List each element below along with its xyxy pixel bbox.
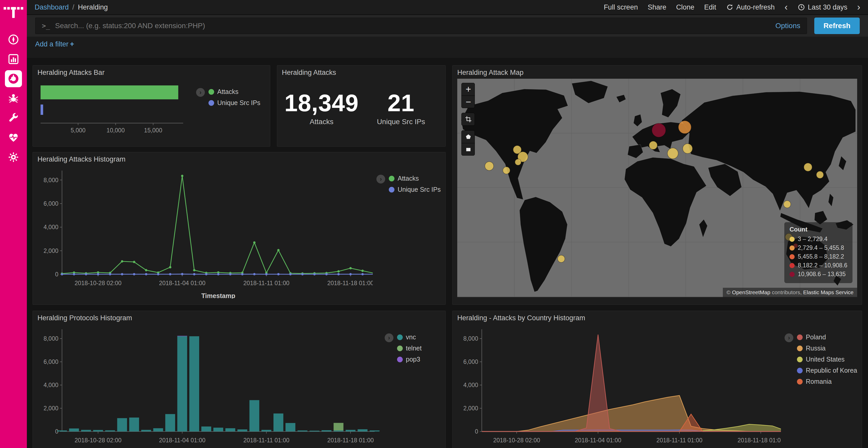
search-input[interactable] xyxy=(55,22,770,30)
legend-item[interactable]: Republic of Korea xyxy=(797,367,857,374)
zoom-in-button[interactable]: + xyxy=(462,83,475,96)
app-sidebar xyxy=(0,0,27,448)
sidebar-item-gear[interactable] xyxy=(5,149,22,166)
breadcrumb-current: Heralding xyxy=(78,3,108,11)
legend-swatch xyxy=(789,272,795,277)
panel-title: Heralding Attacks Histogram xyxy=(37,156,441,163)
map-marker[interactable] xyxy=(678,121,691,134)
legend-toggle[interactable]: › xyxy=(196,88,205,97)
svg-text:2,000: 2,000 xyxy=(463,405,478,412)
legend-toggle[interactable]: › xyxy=(784,334,793,342)
polygon-tool-button[interactable] xyxy=(462,131,475,143)
sidebar-item-bar-chart[interactable] xyxy=(5,50,22,68)
sidebar-item-donut[interactable] xyxy=(5,70,22,87)
legend-item[interactable]: pop3 xyxy=(397,356,422,363)
breadcrumb: Dashboard / Heralding xyxy=(35,3,108,11)
time-back-button[interactable]: ‹ xyxy=(784,3,788,12)
panel-protocols-histogram: Heralding Protocols Histogram 02,0004,00… xyxy=(33,311,445,448)
legend-label: vnc xyxy=(406,334,416,341)
legend-item[interactable]: United States xyxy=(797,356,857,363)
zoom-out-button[interactable]: − xyxy=(462,96,475,108)
legend-range-label: 10,908.6 – 13,635 xyxy=(798,271,845,278)
legend-swatch xyxy=(789,254,795,260)
crop-tool-button[interactable] xyxy=(462,113,475,126)
map-count-legend: Count 3 – 2,729.42,729.4 – 5,455.85,455.… xyxy=(784,222,852,283)
clone-button[interactable]: Clone xyxy=(676,3,694,11)
world-map[interactable]: + − xyxy=(457,79,857,297)
legend-item[interactable]: Poland xyxy=(797,334,857,341)
chart-legend: AttacksUnique Src IPs xyxy=(209,88,260,134)
dashboard-grid: Heralding Attacks Bar 5,00010,00015,000 … xyxy=(27,58,868,448)
bug-icon xyxy=(7,92,20,104)
legend-item[interactable]: telnet xyxy=(397,345,422,352)
sidebar-item-compass[interactable] xyxy=(5,31,22,48)
sidebar-item-bug[interactable] xyxy=(5,90,22,107)
legend-item[interactable]: Attacks xyxy=(389,175,441,182)
compass-icon xyxy=(7,34,20,45)
legend-item[interactable]: Unique Src IPs xyxy=(209,99,260,107)
filter-bar: Add a filter+ xyxy=(27,37,868,58)
map-legend-row: 8,182.2 – 10,908.6 xyxy=(789,262,847,269)
map-marker[interactable] xyxy=(649,141,657,149)
legend-toggle[interactable]: › xyxy=(376,175,385,183)
map-marker[interactable] xyxy=(515,159,521,165)
panel-country-histogram: Heralding - Attacks by Country Histogram… xyxy=(452,311,862,448)
svg-text:2018-11-11 01:00: 2018-11-11 01:00 xyxy=(656,437,703,444)
map-legend-row: 2,729.4 – 5,455.8 xyxy=(789,244,847,251)
map-marker[interactable] xyxy=(683,144,692,153)
map-marker[interactable] xyxy=(503,167,510,174)
share-button[interactable]: Share xyxy=(648,3,666,11)
legend-item[interactable]: Attacks xyxy=(209,88,260,96)
legend-range-label: 3 – 2,729.4 xyxy=(798,236,828,243)
map-legend-title: Count xyxy=(789,226,847,233)
polygon-icon xyxy=(465,133,472,140)
chart-legend: AttacksUnique Src IPs xyxy=(389,175,441,299)
map-legend-row: 10,908.6 – 13,635 xyxy=(789,271,847,278)
svg-text:2018-11-11 01:00: 2018-11-11 01:00 xyxy=(243,280,289,286)
chart-legend: PolandRussiaUnited StatesRepublic of Kor… xyxy=(797,334,857,448)
legend-dot xyxy=(797,379,803,384)
legend-item[interactable]: vnc xyxy=(397,334,422,341)
legend-item[interactable]: Unique Src IPs xyxy=(389,186,441,193)
edit-button[interactable]: Edit xyxy=(704,3,716,11)
attribution-prefix: © xyxy=(726,289,732,295)
map-marker[interactable] xyxy=(816,171,824,178)
legend-toggle[interactable]: › xyxy=(385,334,394,342)
plus-icon: + xyxy=(70,40,74,48)
time-range-label: Last 30 days xyxy=(808,3,847,11)
telekom-logo[interactable] xyxy=(4,4,23,20)
attacks-bar-chart: 5,00010,00015,000 xyxy=(37,79,192,134)
map-marker[interactable] xyxy=(783,201,791,208)
elastic-maps-link[interactable]: Elastic Maps Service xyxy=(803,289,854,295)
protocols-bar-chart: 02,0004,0006,0008,0002018-10-28 02:00201… xyxy=(37,324,381,448)
legend-item[interactable]: Russia xyxy=(797,345,857,352)
legend-item[interactable]: Romania xyxy=(797,378,857,385)
svg-text:2018-11-18 01:00: 2018-11-18 01:00 xyxy=(327,280,373,286)
panel-attacks-histogram: Heralding Attacks Histogram 02,0004,0006… xyxy=(33,152,445,305)
legend-swatch xyxy=(789,237,795,242)
fullscreen-button[interactable]: Full screen xyxy=(604,3,638,11)
svg-text:2018-11-18 01:00: 2018-11-18 01:00 xyxy=(327,437,374,444)
map-marker[interactable] xyxy=(485,162,494,170)
rectangle-icon xyxy=(465,146,472,153)
attacks-line-chart: 02,0004,0006,0008,0002018-10-28 02:00201… xyxy=(37,165,373,299)
rectangle-tool-button[interactable] xyxy=(462,143,475,156)
auto-refresh-button[interactable]: Auto-refresh xyxy=(726,3,775,11)
add-filter-link[interactable]: Add a filter+ xyxy=(35,40,74,48)
svg-text:4,000: 4,000 xyxy=(43,382,58,388)
sidebar-item-wrench[interactable] xyxy=(5,109,22,127)
donut-icon xyxy=(7,73,20,84)
map-marker[interactable] xyxy=(652,123,666,137)
svg-text:2018-10-28 02:00: 2018-10-28 02:00 xyxy=(75,437,122,444)
refresh-button[interactable]: Refresh xyxy=(814,18,860,34)
map-marker[interactable] xyxy=(804,163,812,171)
map-marker[interactable] xyxy=(667,148,678,159)
legend-dot xyxy=(797,346,803,351)
breadcrumb-dashboard-link[interactable]: Dashboard xyxy=(35,3,69,11)
time-range-button[interactable]: Last 30 days xyxy=(798,3,847,11)
sidebar-item-heartbeat[interactable] xyxy=(5,129,22,146)
map-marker[interactable] xyxy=(558,255,565,263)
openstreetmap-link[interactable]: OpenStreetMap xyxy=(732,289,770,295)
options-link[interactable]: Options xyxy=(776,22,801,30)
time-forward-button[interactable]: › xyxy=(857,3,860,12)
